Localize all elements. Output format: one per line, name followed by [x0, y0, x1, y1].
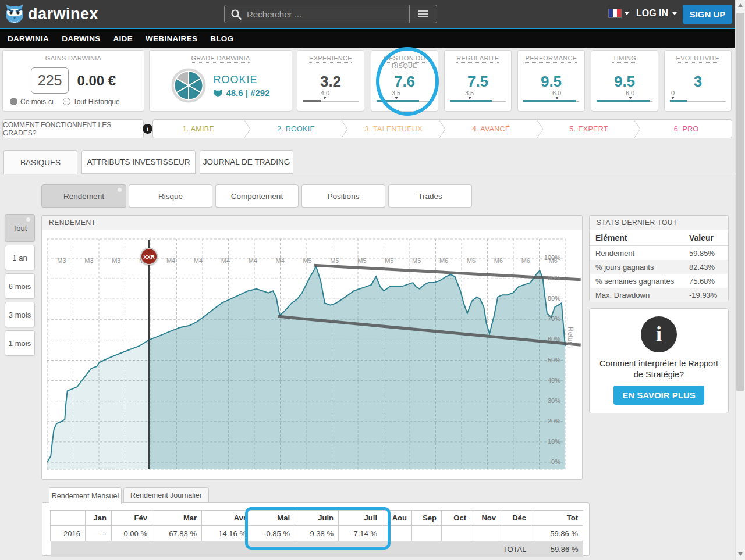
x-axis-label: M6	[436, 257, 452, 264]
benchmark-value: 6.0	[626, 90, 634, 97]
learn-more-button[interactable]: EN SAVOIR PLUS	[613, 386, 704, 405]
nav-item-blog[interactable]: BLOG	[210, 34, 233, 43]
how-grades-work-button[interactable]: COMMENT FONCTIONNENT LES GRADES?	[2, 119, 144, 138]
x-axis-label: M5	[299, 257, 315, 264]
tab-basiques[interactable]: BASIQUES	[3, 150, 77, 174]
range-1-an[interactable]: 1 an	[5, 245, 35, 270]
kpi-card-gestion-du-risque: GESTION DU RISQUE 7.6 3.5	[371, 50, 438, 112]
grade-step-amibe[interactable]: 1. AMIBE	[153, 120, 244, 138]
score-bar	[523, 100, 579, 102]
score-bar	[670, 100, 726, 102]
grade-step-expert[interactable]: 5. EXPERT	[544, 120, 634, 138]
scrollbar-thumb[interactable]	[736, 13, 744, 391]
grade-step-rookie[interactable]: 2. ROOKIE	[251, 120, 342, 138]
y-axis-label: 70%	[534, 315, 560, 322]
scroll-up-icon[interactable]	[738, 3, 743, 7]
x-axis-label: M4	[163, 257, 179, 264]
y-axis-title: Return	[566, 327, 574, 348]
nav-item-darwinia[interactable]: DARWINIA	[8, 34, 49, 43]
benchmark-marker-icon	[629, 97, 632, 99]
grade-step-talentueux[interactable]: 3. TALENTUEUX	[348, 120, 439, 138]
search-menu-button[interactable]	[409, 5, 437, 23]
kpi-value: 7.6	[371, 73, 438, 90]
nav-item-webinaires[interactable]: WEBINAIRES	[146, 34, 197, 43]
radio-all-history[interactable]: Tout Historique	[63, 98, 120, 106]
radio-selected-icon	[10, 98, 17, 105]
login-button[interactable]: LOG IN	[636, 8, 677, 19]
monthly-returns-table: JanFév MarAvrMai JuinJuilAou SepOctNov D…	[50, 510, 583, 557]
range-6-mois[interactable]: 6 mois	[5, 273, 35, 299]
benchmark-value: 6.0	[552, 90, 561, 97]
tab-rendement-mensuel[interactable]: Rendement Mensuel	[49, 487, 122, 504]
xxr-marker-badge[interactable]: XXR	[140, 248, 158, 265]
kpi-value: 9.5	[591, 73, 658, 90]
range-tout[interactable]: Tout	[5, 214, 35, 242]
radio-this-month[interactable]: Ce mois-ci	[10, 98, 54, 106]
signup-button[interactable]: SIGN UP	[683, 5, 732, 24]
benchmark-marker-icon	[671, 97, 675, 99]
tab-attributs-investisseur[interactable]: ATTRIBUTS INVESTISSEUR	[81, 150, 196, 174]
total-value: 59.86 %	[531, 541, 583, 557]
benchmark-marker-icon	[323, 97, 327, 99]
chevron-separator-icon	[341, 120, 348, 138]
y-axis-label: 60%	[534, 336, 560, 343]
nav-item-aide[interactable]: AIDE	[113, 34, 133, 43]
subtab-trades[interactable]: Trades	[388, 184, 472, 208]
owl-score-icon	[213, 88, 223, 97]
y-axis-label: 0%	[534, 458, 560, 465]
x-axis-label: M5	[381, 257, 398, 264]
grade-score-value: 48.6 | #292	[226, 88, 269, 98]
nav-item-darwins[interactable]: DARWINS	[62, 34, 100, 43]
radio-unselected-icon	[63, 98, 70, 105]
score-bar	[303, 100, 359, 102]
gains-amount: 0.00 €	[77, 73, 116, 89]
chart-plot-area[interactable]: XXR Return M3M3M3M3M4M4M4M4M4M5M5M5M5M5M…	[42, 230, 582, 479]
y-axis-label: 30%	[534, 397, 560, 404]
stats-header: STATS DERNIER TOUT	[590, 216, 728, 230]
x-axis-label: M3	[108, 257, 125, 264]
top-bar: darwinex LOG IN SIGN UP	[0, 0, 745, 29]
y-axis-label: 80%	[534, 295, 560, 302]
stats-row: Rendement59.85%	[590, 246, 728, 261]
subtab-risque[interactable]: Risque	[129, 184, 212, 208]
stats-panel: STATS DERNIER TOUT ElémentValeur Rendeme…	[589, 215, 729, 301]
language-selector[interactable]	[609, 9, 629, 17]
kpi-card-performance: PERFORMANCE 9.5 6.0	[517, 50, 585, 112]
range-3-mois[interactable]: 3 mois	[5, 302, 35, 327]
darwinia-points: 225	[31, 67, 69, 94]
chevron-down-icon	[625, 12, 629, 15]
gains-darwinia-card: GAINS DARWINIA 225 0.00 € Ce mois-ci Tou…	[2, 50, 144, 112]
subtab-comportement[interactable]: Comportement	[215, 184, 299, 208]
x-axis-label: M6	[517, 257, 534, 264]
x-axis-label: M4	[272, 257, 288, 264]
card-title[interactable]: GRADE DARWINIA	[150, 55, 292, 62]
subtab-positions[interactable]: Positions	[301, 184, 385, 208]
grade-step-pro[interactable]: 6. PRO	[641, 120, 732, 138]
x-axis-label: M5	[327, 257, 343, 264]
table-header-row: JanFév MarAvrMai JuinJuilAou SepOctNov D…	[51, 511, 583, 526]
subtab-rendement[interactable]: Rendement	[41, 184, 126, 208]
y-axis-label: 100%	[534, 254, 560, 261]
search-input[interactable]	[225, 9, 409, 20]
table-total-row: TOTAL 59.86 %	[51, 541, 583, 557]
x-axis-label: M4	[190, 257, 207, 264]
benchmark-marker-icon	[468, 97, 471, 99]
scroll-down-icon[interactable]	[738, 552, 743, 556]
grade-step-avance[interactable]: 4. AVANCÉ	[446, 120, 537, 138]
x-axis-label: M6	[490, 257, 506, 264]
info-icon[interactable]: i	[143, 124, 152, 134]
page-scrollbar[interactable]	[735, 0, 745, 560]
x-axis-label: M3	[81, 257, 97, 264]
range-1-mois[interactable]: 1 mois	[5, 330, 35, 356]
chart-title: RENDEMENT	[42, 216, 582, 230]
stats-col-valeur: Valeur	[683, 230, 728, 246]
card-title: GAINS DARWINIA	[3, 55, 144, 62]
tab-rendement-journalier[interactable]: Rendement Journalier	[123, 487, 209, 503]
tab-journal-de-trading[interactable]: JOURNAL DE TRADING	[200, 150, 293, 174]
stats-row: % jours gagnants82.43%	[590, 260, 728, 274]
monthly-returns-panel: JanFév MarAvrMai JuinJuilAou SepOctNov D…	[42, 502, 590, 556]
main-nav: DARWINIA DARWINS AIDE WEBINAIRES BLOG	[0, 29, 745, 48]
x-axis-label: M5	[354, 257, 370, 264]
chevron-separator-icon	[439, 120, 446, 138]
brand-logo[interactable]: darwinex	[5, 2, 98, 26]
